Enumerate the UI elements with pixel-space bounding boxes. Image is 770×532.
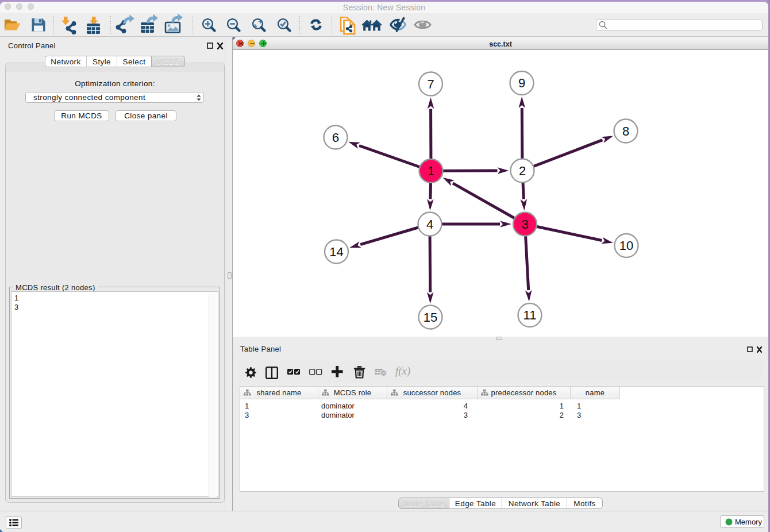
svg-text:1: 1 [428, 164, 434, 178]
svg-text:9: 9 [518, 76, 525, 90]
svg-text:15: 15 [424, 310, 437, 325]
svg-text:10: 10 [619, 238, 633, 253]
svg-text:6: 6 [332, 130, 339, 145]
svg-text:14: 14 [329, 245, 343, 259]
svg-text:7: 7 [427, 77, 434, 91]
svg-text:8: 8 [622, 124, 629, 138]
svg-text:4: 4 [426, 217, 433, 232]
svg-text:11: 11 [523, 308, 537, 322]
svg-text:3: 3 [521, 217, 528, 232]
svg-text:2: 2 [519, 164, 526, 178]
